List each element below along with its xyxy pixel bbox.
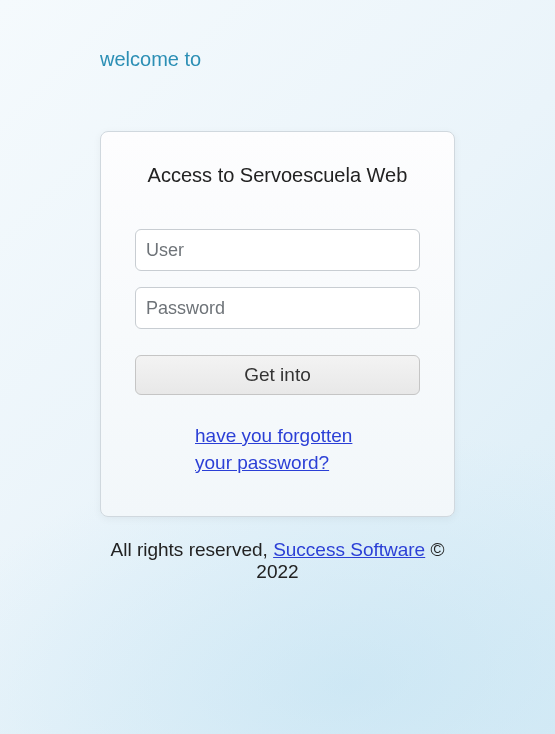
footer: All rights reserved, Success Software © … xyxy=(100,539,455,583)
footer-rights-text: All rights reserved, xyxy=(111,539,274,560)
card-title: Access to Servoescuela Web xyxy=(135,164,420,187)
forgot-password-link[interactable]: have you forgotten your password? xyxy=(135,423,420,476)
company-link[interactable]: Success Software xyxy=(273,539,425,560)
login-button[interactable]: Get into xyxy=(135,355,420,395)
user-input[interactable] xyxy=(135,229,420,271)
password-input[interactable] xyxy=(135,287,420,329)
welcome-text: welcome to xyxy=(100,48,455,71)
login-card: Access to Servoescuela Web Get into have… xyxy=(100,131,455,517)
